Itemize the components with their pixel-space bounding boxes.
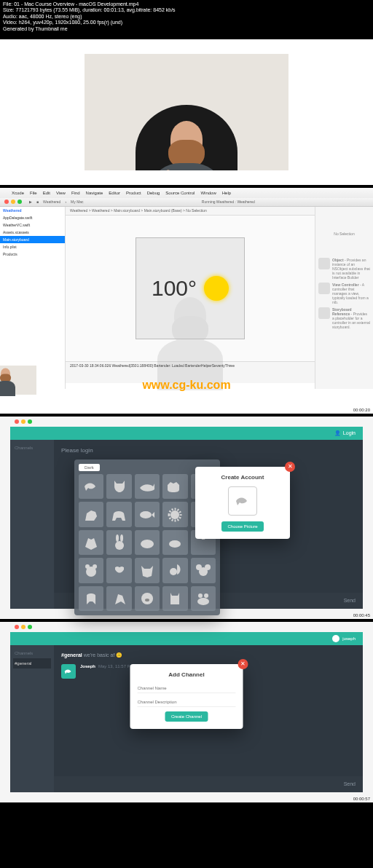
no-selection-label: No Selection: [318, 232, 370, 236]
avatar-gorilla-icon[interactable]: [79, 586, 103, 611]
close-icon[interactable]: [4, 200, 9, 204]
avatar-kangaroo-icon[interactable]: [106, 586, 131, 611]
nav-file[interactable]: Products: [0, 250, 65, 258]
window-controls[interactable]: [4, 200, 22, 204]
avatar-elephant-icon[interactable]: [106, 502, 131, 526]
avatar-icon: [332, 635, 339, 642]
run-button[interactable]: ▶: [29, 200, 32, 204]
temperature-label: 100°: [152, 276, 197, 301]
add-channel-modal: ✕ Add Channel Create Channel: [130, 664, 243, 729]
minimize-icon[interactable]: [11, 200, 15, 204]
message-username: Joseph: [80, 664, 95, 668]
avatar-rabbit-icon[interactable]: [106, 530, 131, 555]
library-item[interactable]: Object - Provides an instance of an NSOb…: [318, 258, 370, 280]
channel-header: #general we're basic af 🙃: [61, 652, 356, 658]
library-item[interactable]: Storyboard Reference - Provides a placeh…: [318, 307, 370, 329]
selected-avatar-preview: [228, 486, 257, 516]
login-prompt: Please login: [61, 447, 356, 454]
nav-file[interactable]: Assets.xcassets: [0, 229, 65, 236]
picker-tab-dark[interactable]: Dark: [79, 464, 100, 471]
avatar-koala-icon[interactable]: [191, 558, 216, 583]
timestamp-label: 00:00:57: [353, 797, 370, 801]
zoom-icon[interactable]: [28, 419, 32, 424]
sun-icon: [204, 276, 229, 301]
watermark-text: www.cg-ku.com: [142, 379, 230, 392]
svg-point-8: [141, 540, 154, 548]
file-metadata: File: 01 - Mac Course Overview - macOS D…: [0, 0, 373, 33]
weather-view[interactable]: 100°: [136, 237, 245, 339]
svg-point-18: [199, 567, 208, 576]
window-controls[interactable]: [15, 419, 32, 424]
zoom-icon[interactable]: [28, 625, 32, 629]
svg-point-5: [116, 534, 119, 542]
window-controls[interactable]: [15, 625, 32, 629]
avatar-whale-icon[interactable]: [135, 474, 160, 499]
user-icon: 👤: [334, 430, 341, 436]
close-button[interactable]: ✕: [238, 659, 248, 669]
project-navigator[interactable]: Weathered AppDelegate.swift WeatherVC.sw…: [0, 207, 66, 389]
svg-point-6: [120, 534, 123, 542]
channels-header: Channels: [13, 648, 51, 658]
macos-menubar[interactable]: Xcode File Edit View Find Navigate Edito…: [0, 188, 373, 198]
svg-point-1: [170, 510, 179, 519]
interface-builder-canvas[interactable]: 100°: [66, 216, 315, 361]
message-input-bar[interactable]: Send: [54, 776, 363, 792]
viewcontroller-icon: [318, 283, 330, 294]
minimize-icon[interactable]: [21, 419, 25, 424]
channels-header: Channels: [13, 443, 51, 453]
avatar-dog-icon[interactable]: [162, 474, 187, 499]
avatar-squirrel-icon[interactable]: [162, 558, 187, 583]
avatar-fish-icon[interactable]: [135, 502, 160, 526]
svg-point-23: [197, 598, 209, 605]
avatar-horse-icon[interactable]: [79, 502, 103, 526]
minimize-icon[interactable]: [21, 625, 25, 629]
avatar-cat2-icon[interactable]: [162, 586, 187, 611]
nav-file[interactable]: Info.plist: [0, 243, 65, 250]
create-channel-button[interactable]: Create Channel: [165, 711, 208, 722]
project-root[interactable]: Weathered: [0, 207, 65, 214]
app-titlebar: 👤Login: [10, 427, 363, 440]
svg-point-0: [140, 511, 152, 518]
channel-item-general[interactable]: #general: [13, 658, 51, 668]
nav-file[interactable]: WeatherVC.swift: [0, 221, 65, 229]
avatar-panda-icon[interactable]: [79, 558, 103, 583]
avatar-wolf-icon[interactable]: [79, 530, 103, 555]
close-icon[interactable]: [15, 625, 19, 629]
library-item[interactable]: View Controller - A controller that mana…: [318, 283, 370, 304]
modal-title: Add Channel: [138, 671, 236, 678]
send-button[interactable]: Send: [344, 598, 356, 603]
channel-name-input[interactable]: [138, 684, 236, 693]
nav-file[interactable]: AppDelegate.swift: [0, 214, 65, 221]
send-button[interactable]: Send: [344, 781, 356, 786]
object-icon: [318, 258, 330, 269]
nav-file-selected[interactable]: Main.storyboard: [0, 236, 65, 243]
avatar-bird-icon[interactable]: [79, 474, 103, 499]
thumbnail-frame-4-chat-channel: joseph Channels #general #general we're …: [0, 622, 373, 802]
choose-picture-button[interactable]: Choose Picture: [221, 521, 263, 532]
close-icon[interactable]: [15, 419, 19, 424]
xcode-toolbar: ▶ ■ Weathered › My Mac Running Weathered…: [0, 198, 373, 207]
svg-point-22: [204, 593, 208, 598]
webcam-view: [85, 54, 288, 170]
picture-in-picture: [0, 366, 36, 395]
sidebar: Channels #general: [10, 645, 54, 792]
avatar-lion-icon[interactable]: [162, 502, 187, 526]
device-selector[interactable]: My Mac: [71, 200, 84, 204]
svg-point-12: [86, 567, 96, 577]
avatar-pig-icon[interactable]: [135, 586, 160, 611]
channel-description-input[interactable]: [138, 698, 236, 707]
stop-button[interactable]: ■: [36, 200, 39, 204]
avatar-fox-icon[interactable]: [135, 558, 160, 583]
zoom-icon[interactable]: [17, 200, 22, 204]
avatar-turtle-icon[interactable]: [162, 530, 187, 555]
thumbnail-frame-2-xcode: Xcode File Edit View Find Navigate Edito…: [0, 188, 373, 414]
user-profile-button[interactable]: joseph: [332, 635, 356, 642]
avatar-hippo-icon[interactable]: [135, 530, 160, 555]
login-button[interactable]: 👤Login: [334, 430, 356, 436]
scheme-selector[interactable]: Weathered: [43, 200, 60, 204]
avatar-frog-icon[interactable]: [191, 586, 216, 611]
close-button[interactable]: ✕: [285, 462, 295, 472]
jump-bar[interactable]: Weathered > Weathered > Main.storyboard …: [66, 207, 315, 216]
avatar-owl-icon[interactable]: [106, 558, 131, 583]
avatar-cat-icon[interactable]: [106, 474, 131, 499]
